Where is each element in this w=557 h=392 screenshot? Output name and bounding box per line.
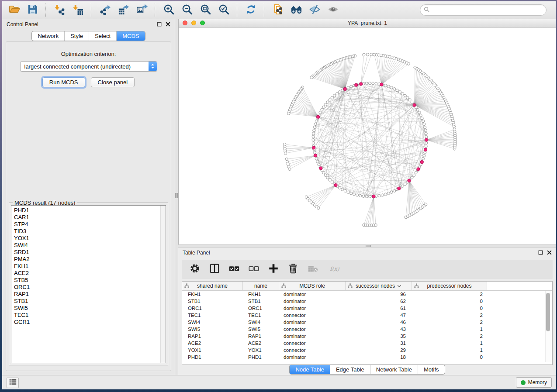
toolbar-button-export-image[interactable]: [134, 3, 149, 17]
ring-node[interactable]: [372, 82, 374, 85]
ring-node[interactable]: [324, 103, 327, 106]
leaf-node[interactable]: [453, 128, 456, 131]
toolbar-button-import-network[interactable]: [52, 3, 67, 17]
toolbar-button-hide-graphics-details[interactable]: [307, 3, 322, 17]
ring-node[interactable]: [393, 189, 396, 192]
ring-node[interactable]: [384, 193, 387, 196]
ring-node[interactable]: [344, 189, 346, 192]
memory-button[interactable]: Memory: [516, 377, 552, 388]
leaf-node[interactable]: [370, 53, 373, 56]
ring-node[interactable]: [350, 85, 353, 88]
tab-network-table[interactable]: Network Table: [370, 365, 418, 374]
ring-node[interactable]: [312, 138, 315, 141]
table-row[interactable]: RAP1RAP1dominator352: [182, 333, 552, 340]
mcds-list-item[interactable]: ORC1: [14, 284, 166, 291]
ring-node[interactable]: [313, 126, 316, 129]
horizontal-splitter[interactable]: [178, 244, 556, 248]
ring-node[interactable]: [390, 86, 393, 89]
ring-node[interactable]: [326, 176, 329, 179]
leaf-node[interactable]: [366, 53, 369, 56]
mcds-list-item[interactable]: PMA2: [14, 256, 166, 263]
ring-node[interactable]: [396, 89, 398, 92]
mcds-list-item[interactable]: FKH1: [14, 263, 166, 270]
mcds-list-item[interactable]: PHD1: [14, 207, 166, 214]
ring-node[interactable]: [401, 93, 404, 95]
ring-node[interactable]: [316, 160, 319, 163]
hub-node[interactable]: [316, 115, 319, 118]
hub-node[interactable]: [355, 83, 358, 86]
ring-node[interactable]: [418, 111, 421, 114]
ring-node[interactable]: [319, 111, 322, 114]
ring-node[interactable]: [331, 181, 333, 183]
mcds-list-item[interactable]: STB5: [14, 277, 166, 284]
toolbar-button-open-folder[interactable]: [7, 3, 21, 17]
ring-node[interactable]: [331, 96, 333, 99]
table-row[interactable]: FKH1FKH1dominator962: [182, 291, 552, 298]
table-toolbar-columns-button[interactable]: [208, 263, 221, 275]
leaf-node[interactable]: [374, 224, 377, 226]
column-header-mcds-role[interactable]: MCDS role: [279, 282, 346, 290]
ring-node[interactable]: [350, 192, 353, 195]
toolbar-button-zoom-in[interactable]: [161, 3, 176, 17]
toolbar-button-import-table[interactable]: [70, 3, 85, 17]
run-mcds-button[interactable]: Run MCDS: [42, 77, 85, 87]
ring-node[interactable]: [421, 117, 423, 120]
ring-node[interactable]: [423, 154, 426, 157]
ring-node[interactable]: [368, 82, 371, 85]
hub-node[interactable]: [408, 179, 411, 182]
table-toolbar-add-button[interactable]: [267, 263, 280, 275]
ring-node[interactable]: [312, 135, 315, 138]
search-field[interactable]: [420, 4, 547, 16]
table-row[interactable]: ORC1ORC1dominator610: [182, 305, 552, 312]
leaf-node[interactable]: [284, 152, 287, 155]
tab-node-table[interactable]: Node Table: [290, 365, 330, 374]
ring-node[interactable]: [318, 163, 320, 166]
automation-panel-button[interactable]: [7, 378, 19, 388]
ring-node[interactable]: [393, 88, 396, 90]
mcds-list-item[interactable]: GCR1: [14, 319, 166, 326]
ring-node[interactable]: [419, 114, 422, 117]
column-header-name[interactable]: name: [243, 282, 279, 290]
table-row[interactable]: SWI4SWI4dominator462: [182, 319, 552, 326]
ring-node[interactable]: [422, 157, 425, 160]
hub-node[interactable]: [413, 103, 416, 107]
window-minimize-light[interactable]: [191, 21, 196, 25]
mcds-list-item[interactable]: TEC1: [14, 312, 166, 319]
leaf-node[interactable]: [424, 203, 427, 206]
hub-node[interactable]: [398, 187, 401, 190]
ring-node[interactable]: [424, 129, 427, 132]
ring-node[interactable]: [398, 91, 401, 93]
search-input[interactable]: [432, 6, 543, 14]
mcds-list-item[interactable]: SWI4: [14, 242, 166, 249]
ring-node[interactable]: [313, 129, 315, 132]
hub-node[interactable]: [372, 195, 375, 198]
table-row[interactable]: ACE2ACE2connector311: [182, 340, 552, 347]
toolbar-button-find[interactable]: [289, 3, 304, 17]
ring-node[interactable]: [353, 193, 356, 196]
ring-node[interactable]: [336, 93, 338, 95]
ring-node[interactable]: [406, 96, 409, 99]
ring-node[interactable]: [404, 183, 406, 186]
ring-node[interactable]: [404, 94, 406, 97]
close-panel-icon[interactable]: [166, 21, 170, 28]
hub-node[interactable]: [334, 183, 337, 186]
toolbar-button-refresh[interactable]: [243, 3, 258, 17]
ring-node[interactable]: [312, 132, 315, 135]
vertical-splitter-handle[interactable]: [175, 193, 178, 198]
ring-node[interactable]: [338, 186, 341, 189]
ring-node[interactable]: [356, 194, 359, 196]
ring-node[interactable]: [329, 99, 331, 101]
ring-node[interactable]: [425, 145, 427, 148]
leaf-node[interactable]: [310, 76, 313, 79]
table-row[interactable]: PHD1PHD1dominator180: [182, 354, 552, 361]
mcds-list-item[interactable]: YOX1: [14, 235, 166, 242]
hub-node[interactable]: [312, 146, 315, 149]
ring-node[interactable]: [425, 135, 428, 138]
hub-node[interactable]: [380, 83, 383, 86]
toolbar-button-export-network[interactable]: [97, 3, 112, 17]
ring-node[interactable]: [347, 191, 349, 193]
ring-node[interactable]: [424, 151, 426, 154]
ring-node[interactable]: [365, 82, 368, 85]
mcds-list-item[interactable]: RAP1: [14, 291, 166, 298]
ring-node[interactable]: [322, 106, 325, 108]
